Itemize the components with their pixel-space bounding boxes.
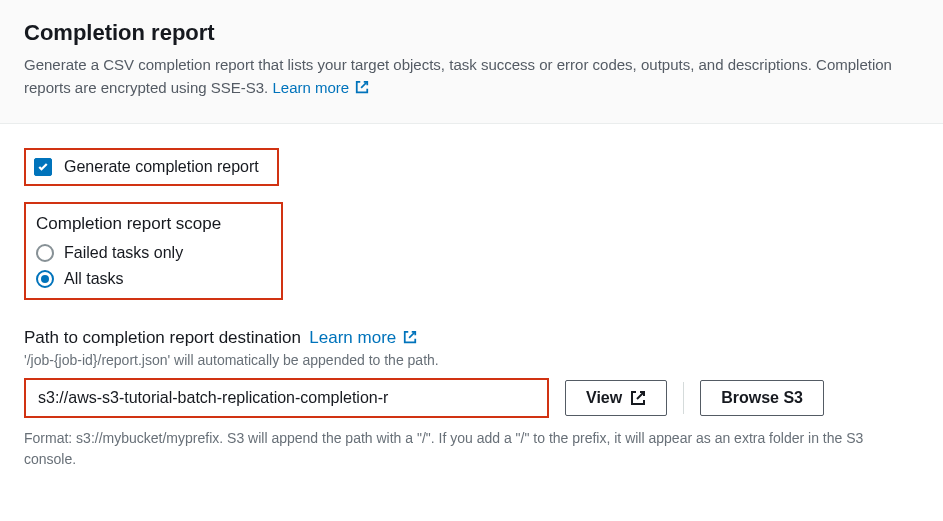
description-text: Generate a CSV completion report that li… <box>24 56 892 96</box>
destination-format-hint: Format: s3://mybucket/myprefix. S3 will … <box>24 428 919 470</box>
header-section: Completion report Generate a CSV complet… <box>0 0 943 124</box>
generate-report-label: Generate completion report <box>64 158 259 176</box>
radio-all-label: All tasks <box>64 270 124 288</box>
scope-group: Completion report scope Failed tasks onl… <box>24 202 283 300</box>
destination-field: Path to completion report destination Le… <box>24 328 919 470</box>
scope-option-all[interactable]: All tasks <box>36 270 221 288</box>
generate-report-checkbox-row[interactable]: Generate completion report <box>34 158 259 176</box>
scope-title: Completion report scope <box>36 214 221 234</box>
learn-more-label: Learn more <box>272 79 349 96</box>
browse-s3-button[interactable]: Browse S3 <box>700 380 824 416</box>
destination-label: Path to completion report destination <box>24 328 301 347</box>
view-button-label: View <box>586 389 622 407</box>
learn-more-link[interactable]: Learn more <box>272 79 369 96</box>
radio-failed-label: Failed tasks only <box>64 244 183 262</box>
radio-failed[interactable] <box>36 244 54 262</box>
scope-option-failed[interactable]: Failed tasks only <box>36 244 221 262</box>
radio-all[interactable] <box>36 270 54 288</box>
page-description: Generate a CSV completion report that li… <box>24 54 919 99</box>
destination-input[interactable] <box>24 378 549 418</box>
destination-hint: '/job-{job-id}/report.json' will automat… <box>24 352 919 368</box>
vertical-divider <box>683 382 684 414</box>
page-title: Completion report <box>24 20 919 46</box>
destination-input-row: View Browse S3 <box>24 378 919 418</box>
checkmark-icon <box>37 161 49 173</box>
destination-learn-more-link[interactable]: Learn more <box>309 328 417 347</box>
generate-report-checkbox[interactable] <box>34 158 52 176</box>
generate-report-group: Generate completion report <box>24 148 279 186</box>
destination-learn-more-label: Learn more <box>309 328 396 347</box>
content-section: Generate completion report Completion re… <box>0 124 943 494</box>
external-link-icon <box>355 80 369 94</box>
browse-s3-label: Browse S3 <box>721 389 803 407</box>
view-button[interactable]: View <box>565 380 667 416</box>
external-link-icon <box>630 390 646 406</box>
external-link-icon <box>403 330 417 344</box>
